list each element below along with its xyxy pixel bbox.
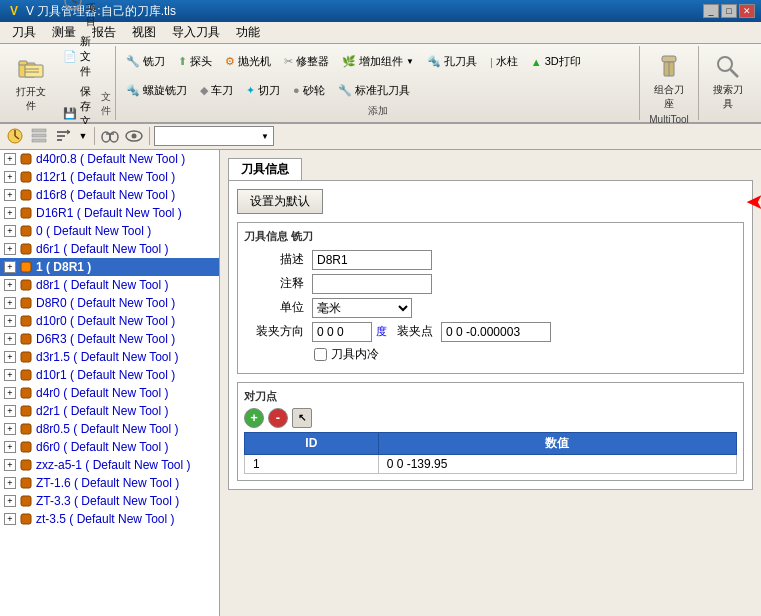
tool-list-item[interactable]: +D8R0 ( Default New Tool ) <box>0 294 219 312</box>
new-file-label: 新文件 <box>80 34 96 79</box>
expand-btn[interactable]: + <box>4 387 16 399</box>
menu-import[interactable]: 导入刀具 <box>164 23 228 43</box>
expand-btn[interactable]: + <box>4 189 16 201</box>
sec-dropdown-arrow[interactable]: ▼ <box>76 126 90 146</box>
mount-input[interactable] <box>312 322 372 342</box>
tool-icon <box>18 313 34 329</box>
svg-rect-33 <box>21 244 31 254</box>
tool-list-item[interactable]: +d10r0 ( Default New Tool ) <box>0 312 219 330</box>
desc-input[interactable] <box>312 250 432 270</box>
combo-seat-button[interactable]: 组合刀座 <box>646 48 692 114</box>
tool-icon <box>18 277 34 293</box>
maximize-button[interactable]: □ <box>721 4 737 18</box>
recent-button[interactable]: 最近项目 <box>58 0 101 31</box>
expand-btn[interactable]: + <box>4 495 16 507</box>
unit-select[interactable]: 毫米 英寸 <box>312 298 412 318</box>
open-file-button[interactable]: 打开文件 <box>8 48 54 118</box>
tool-list-item[interactable]: +d16r8 ( Default New Tool ) <box>0 186 219 204</box>
clamp-input[interactable] <box>441 322 551 342</box>
hole-mill-button[interactable]: 🔩 孔刀具 <box>421 48 483 76</box>
sec-eye-icon[interactable] <box>123 126 145 146</box>
expand-btn[interactable]: + <box>4 261 16 273</box>
tool-list-item[interactable]: +d3r1.5 ( Default New Tool ) <box>0 348 219 366</box>
increase-button[interactable]: 🌿 增加组件 ▼ <box>336 48 420 76</box>
probe-button[interactable]: ⬆ 探头 <box>172 48 218 76</box>
sec-list-icon[interactable] <box>28 126 50 146</box>
note-row: 注释 <box>244 274 737 294</box>
tool-list-item[interactable]: +1 ( D8R1 ) <box>0 258 219 276</box>
grind-button[interactable]: ● 砂轮 <box>287 77 331 105</box>
tool-list-item[interactable]: +d2r1 ( Default New Tool ) <box>0 402 219 420</box>
menu-function[interactable]: 功能 <box>228 23 268 43</box>
expand-btn[interactable]: + <box>4 369 16 381</box>
expand-btn[interactable]: + <box>4 441 16 453</box>
tool-list-item[interactable]: +zxz-a5-1 ( Default New Tool ) <box>0 456 219 474</box>
add-point-button[interactable]: + <box>244 408 264 428</box>
point-cursor-button[interactable]: ↖ <box>292 408 312 428</box>
increase-dropdown-arrow: ▼ <box>406 57 414 66</box>
cut-button[interactable]: ✦ 切刀 <box>240 77 286 105</box>
expand-btn[interactable]: + <box>4 297 16 309</box>
sec-binoculars-icon[interactable] <box>99 126 121 146</box>
tool-name: d12r1 ( Default New Tool ) <box>36 170 175 184</box>
expand-btn[interactable]: + <box>4 477 16 489</box>
std-hole-button[interactable]: 🔧 标准孔刀具 <box>332 77 416 105</box>
expand-btn[interactable]: + <box>4 351 16 363</box>
expand-btn[interactable]: + <box>4 279 16 291</box>
note-input[interactable] <box>312 274 432 294</box>
close-button[interactable]: ✕ <box>739 4 755 18</box>
tool-list-item[interactable]: +d4r0 ( Default New Tool ) <box>0 384 219 402</box>
sec-filter-dropdown[interactable]: ▼ <box>154 126 274 146</box>
remove-point-button[interactable]: - <box>268 408 288 428</box>
tool-list-item[interactable]: +D6R3 ( Default New Tool ) <box>0 330 219 348</box>
svg-rect-17 <box>32 134 46 137</box>
expand-btn[interactable]: + <box>4 207 16 219</box>
menu-tool[interactable]: 刀具 <box>4 23 44 43</box>
minimize-button[interactable]: _ <box>703 4 719 18</box>
tool-icon <box>18 331 34 347</box>
water-button[interactable]: | 水柱 <box>484 48 524 76</box>
tool-list-item[interactable]: +d12r1 ( Default New Tool ) <box>0 168 219 186</box>
expand-btn[interactable]: + <box>4 459 16 471</box>
tool-list-item[interactable]: +0 ( Default New Tool ) <box>0 222 219 240</box>
tool-name: 0 ( Default New Tool ) <box>36 224 151 238</box>
lathe-button[interactable]: ◆ 车刀 <box>194 77 239 105</box>
set-default-button[interactable]: 设置为默认 <box>237 189 323 214</box>
sec-tool-icon[interactable] <box>4 126 26 146</box>
tool-list-item[interactable]: +d6r0 ( Default New Tool ) <box>0 438 219 456</box>
new-file-button[interactable]: 📄 新文件 <box>58 32 101 81</box>
tool-list-item[interactable]: +d8r0.5 ( Default New Tool ) <box>0 420 219 438</box>
expand-btn[interactable]: + <box>4 243 16 255</box>
expand-btn[interactable]: + <box>4 405 16 417</box>
svg-line-7 <box>73 1 77 3</box>
sec-sort-icon[interactable] <box>52 126 74 146</box>
tab-tool-info[interactable]: 刀具信息 <box>228 158 302 180</box>
tool-list: +d40r0.8 ( Default New Tool )+d12r1 ( De… <box>0 150 219 528</box>
expand-btn[interactable]: + <box>4 171 16 183</box>
expand-btn[interactable]: + <box>4 423 16 435</box>
mill-button[interactable]: 🔧 铣刀 <box>120 48 171 76</box>
expand-btn[interactable]: + <box>4 333 16 345</box>
print3d-button[interactable]: ▲ 3D打印 <box>525 48 587 76</box>
mill-icon: 🔧 <box>126 55 140 68</box>
tool-list-item[interactable]: +ZT-3.3 ( Default New Tool ) <box>0 492 219 510</box>
throw-button[interactable]: ⚙ 抛光机 <box>219 48 277 76</box>
tool-list-item[interactable]: +zt-3.5 ( Default New Tool ) <box>0 510 219 528</box>
expand-btn[interactable]: + <box>4 513 16 525</box>
expand-btn[interactable]: + <box>4 225 16 237</box>
search-tool-button[interactable]: 搜索刀具 <box>705 48 751 114</box>
tool-list-item[interactable]: +d6r1 ( Default New Tool ) <box>0 240 219 258</box>
tool-list-item[interactable]: +ZT-1.6 ( Default New Tool ) <box>0 474 219 492</box>
tool-list-item[interactable]: +d8r1 ( Default New Tool ) <box>0 276 219 294</box>
expand-btn[interactable]: + <box>4 153 16 165</box>
spiral-mill-button[interactable]: 🔩 螺旋铣刀 <box>120 77 193 105</box>
tool-list-item[interactable]: +d10r1 ( Default New Tool ) <box>0 366 219 384</box>
coolant-checkbox[interactable] <box>314 348 327 361</box>
modifier-button[interactable]: ✂ 修整器 <box>278 48 335 76</box>
tool-list-item[interactable]: +D16R1 ( Default New Tool ) <box>0 204 219 222</box>
svg-rect-45 <box>21 460 31 470</box>
menu-view[interactable]: 视图 <box>124 23 164 43</box>
tool-list-item[interactable]: +d40r0.8 ( Default New Tool ) <box>0 150 219 168</box>
duidao-section: 对刀点 + - ↖ ID 数值 10 <box>237 382 744 481</box>
expand-btn[interactable]: + <box>4 315 16 327</box>
